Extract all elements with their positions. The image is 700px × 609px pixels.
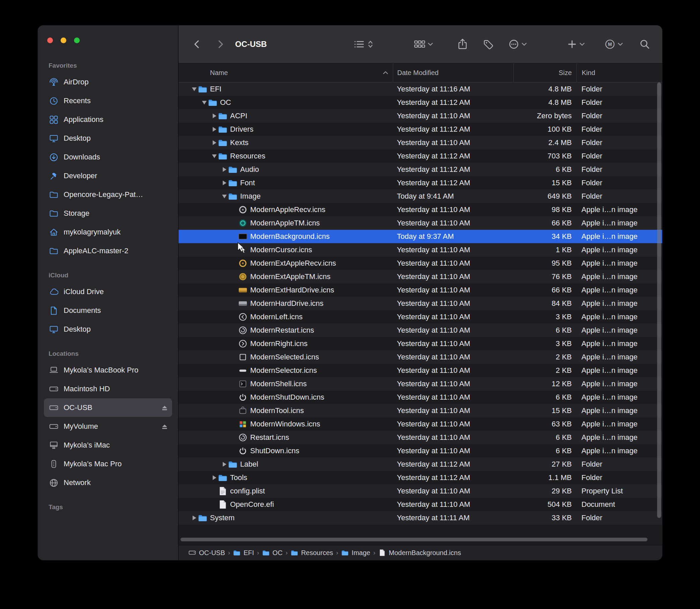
table-row[interactable]: DriversYesterday at 11:12 AM100 KBFolder bbox=[178, 123, 662, 136]
sidebar-item-myvolume[interactable]: MyVolume bbox=[44, 417, 172, 436]
sidebar-item-oc-usb[interactable]: OC-USB bbox=[44, 398, 172, 417]
column-header-kind[interactable]: Kind bbox=[576, 63, 662, 82]
close-button[interactable] bbox=[47, 37, 53, 43]
table-row[interactable]: ModernExtHardDrive.icnsYesterday at 11:1… bbox=[178, 283, 662, 297]
column-header-name[interactable]: Name bbox=[178, 63, 393, 82]
new-item-button[interactable] bbox=[567, 39, 585, 49]
table-row[interactable]: ModernExtAppleTM.icnsYesterday at 11:10 … bbox=[178, 270, 662, 283]
cell-kind: Apple i…n image bbox=[576, 216, 662, 230]
path-item-image[interactable]: Image bbox=[341, 549, 370, 557]
sidebar-item-opencore-legacy-pat[interactable]: Opencore-Legacy-Pat… bbox=[44, 185, 172, 204]
more-actions-button[interactable] bbox=[508, 39, 527, 50]
sidebar-item-network[interactable]: Network bbox=[44, 473, 172, 492]
disclosure-box[interactable] bbox=[211, 140, 218, 145]
path-item-oc[interactable]: OC bbox=[262, 549, 283, 557]
table-row[interactable]: ModernExtAppleRecv.icnsYesterday at 11:1… bbox=[178, 257, 662, 270]
disclosure-box[interactable] bbox=[221, 167, 228, 172]
path-item-resources[interactable]: Resources bbox=[291, 549, 333, 557]
table-row[interactable]: ModernRestart.icnsYesterday at 11:10 AM6… bbox=[178, 324, 662, 337]
sidebar-item-applealc-master-2[interactable]: AppleALC-master-2 bbox=[44, 242, 172, 260]
table-row[interactable]: ModernTool.icnsYesterday at 11:10 AM15 K… bbox=[178, 404, 662, 417]
sidebar-item-storage[interactable]: Storage bbox=[44, 204, 172, 223]
horizontal-scrollbar[interactable] bbox=[180, 538, 647, 541]
table-row[interactable]: AudioYesterday at 11:12 AM6 KBFolder bbox=[178, 163, 662, 176]
disclosure-box[interactable] bbox=[221, 180, 228, 185]
table-row[interactable]: ModernShutDown.icnsYesterday at 11:10 AM… bbox=[178, 390, 662, 404]
table-row[interactable]: ImageToday at 9:41 AM649 KBFolder bbox=[178, 190, 662, 203]
cell-name: Resources bbox=[178, 150, 393, 163]
sidebar-item-applications[interactable]: Applications bbox=[44, 110, 172, 129]
eject-icon[interactable] bbox=[161, 423, 168, 430]
table-row[interactable]: ModernAppleRecv.icnsYesterday at 11:10 A… bbox=[178, 203, 662, 216]
table-row[interactable]: OpenCore.efiYesterday at 11:10 AM504 KBD… bbox=[178, 498, 662, 511]
sidebar-item-mykola-s-mac-pro[interactable]: Mykola’s Mac Pro bbox=[44, 455, 172, 473]
table-row[interactable]: OCYesterday at 11:12 AM4.8 MBFolder bbox=[178, 96, 662, 109]
disclosure-box[interactable] bbox=[221, 195, 228, 198]
table-row[interactable]: ModernBackground.icnsToday at 9:37 AM34 … bbox=[178, 230, 662, 243]
sidebar-item-icloud-drive[interactable]: iCloud Drive bbox=[44, 282, 172, 301]
sidebar-item-developer[interactable]: Developer bbox=[44, 167, 172, 185]
disclosure-box[interactable] bbox=[191, 516, 198, 520]
table-row[interactable]: FontYesterday at 11:12 AM15 KBFolder bbox=[178, 176, 662, 190]
search-button[interactable] bbox=[640, 39, 650, 50]
table-row[interactable]: ModernSelector.icnsYesterday at 11:10 AM… bbox=[178, 364, 662, 377]
table-row[interactable]: KextsYesterday at 11:10 AM2.4 MBFolder bbox=[178, 136, 662, 150]
indent-spacer bbox=[178, 437, 231, 438]
tag-button[interactable] bbox=[483, 39, 494, 50]
zoom-button[interactable] bbox=[74, 37, 80, 43]
table-row[interactable]: ACPIYesterday at 11:10 AMZero bytesFolde… bbox=[178, 109, 662, 123]
table-row[interactable]: config.plistYesterday at 11:10 AM29 KBPr… bbox=[178, 484, 662, 498]
back-button[interactable] bbox=[193, 39, 201, 49]
table-row[interactable]: ResourcesYesterday at 11:12 AM703 KBFold… bbox=[178, 150, 662, 163]
table-row[interactable]: ModernCursor.icnsYesterday at 11:10 AM1 … bbox=[178, 243, 662, 257]
cell-date-modified: Yesterday at 11:12 AM bbox=[393, 96, 513, 109]
group-button[interactable] bbox=[414, 39, 433, 49]
sidebar-item-desktop[interactable]: Desktop bbox=[44, 320, 172, 339]
sidebar-item-desktop[interactable]: Desktop bbox=[44, 129, 172, 148]
view-mode-button[interactable] bbox=[353, 39, 374, 49]
disclosure-box[interactable] bbox=[211, 475, 218, 480]
file-name: Tools bbox=[230, 473, 247, 482]
sidebar-item-recents[interactable]: Recents bbox=[44, 91, 172, 110]
vertical-scrollbar[interactable] bbox=[657, 82, 661, 518]
table-row[interactable]: ModernAppleTM.icnsYesterday at 11:10 AM6… bbox=[178, 216, 662, 230]
forward-button[interactable] bbox=[216, 39, 225, 49]
table-row[interactable]: SystemYesterday at 11:11 AM33 KBFolder bbox=[178, 511, 662, 525]
table-row[interactable]: ModernHardDrive.icnsYesterday at 11:10 A… bbox=[178, 297, 662, 310]
sidebar-item-mykolagrymalyuk[interactable]: mykolagrymalyuk bbox=[44, 223, 172, 242]
table-row[interactable]: ModernLeft.icnsYesterday at 11:10 AM3 KB… bbox=[178, 310, 662, 324]
path-item-label: EFI bbox=[244, 549, 254, 557]
table-row[interactable]: EFIYesterday at 11:16 AM4.8 MBFolder bbox=[178, 82, 662, 96]
table-row[interactable]: ModernShell.icnsYesterday at 11:10 AM12 … bbox=[178, 377, 662, 390]
sidebar-item-airdrop[interactable]: AirDrop bbox=[44, 73, 172, 91]
table-row[interactable]: ToolsYesterday at 11:12 AM1.1 MBFolder bbox=[178, 471, 662, 484]
disclosure-box[interactable] bbox=[211, 114, 218, 118]
share-button[interactable] bbox=[457, 38, 468, 50]
disclosure-box[interactable] bbox=[221, 462, 228, 467]
sidebar-item-macintosh-hd[interactable]: Macintosh HD bbox=[44, 380, 172, 398]
sidebar-item-label: Macintosh HD bbox=[64, 385, 110, 393]
sidebar-item-label: Storage bbox=[64, 209, 89, 218]
table-row[interactable]: LabelYesterday at 11:12 AM27 KBFolder bbox=[178, 457, 662, 471]
path-item-oc-usb[interactable]: OC-USB bbox=[189, 549, 225, 557]
table-row[interactable]: Restart.icnsYesterday at 11:10 AM6 KBApp… bbox=[178, 431, 662, 444]
disclosure-box[interactable] bbox=[191, 87, 198, 91]
table-row[interactable]: ShutDown.icnsYesterday at 11:10 AM6 KBAp… bbox=[178, 444, 662, 457]
account-menu-button[interactable]: M bbox=[605, 39, 623, 50]
table-row[interactable]: ModernSelected.icnsYesterday at 11:10 AM… bbox=[178, 350, 662, 364]
minimize-button[interactable] bbox=[60, 37, 66, 43]
column-header-size[interactable]: Size bbox=[513, 63, 576, 82]
disclosure-box[interactable] bbox=[211, 154, 218, 158]
path-item-efi[interactable]: EFI bbox=[233, 549, 254, 557]
table-row[interactable]: ModernWindows.icnsYesterday at 11:10 AM6… bbox=[178, 417, 662, 431]
eject-icon[interactable] bbox=[161, 405, 168, 411]
column-header-date-modified[interactable]: Date Modified bbox=[393, 63, 513, 82]
sidebar-item-mykola-s-imac[interactable]: Mykola’s iMac bbox=[44, 436, 172, 455]
sidebar-item-documents[interactable]: Documents bbox=[44, 301, 172, 320]
disclosure-box[interactable] bbox=[211, 127, 218, 132]
sidebar-item-downloads[interactable]: Downloads bbox=[44, 148, 172, 167]
path-item-modernbackground-icns[interactable]: ModernBackground.icns bbox=[379, 549, 461, 557]
table-row[interactable]: ModernRight.icnsYesterday at 11:10 AM3 K… bbox=[178, 337, 662, 350]
disclosure-box[interactable] bbox=[200, 101, 208, 105]
sidebar-item-mykola-s-macbook-pro[interactable]: Mykola’s MacBook Pro bbox=[44, 361, 172, 380]
